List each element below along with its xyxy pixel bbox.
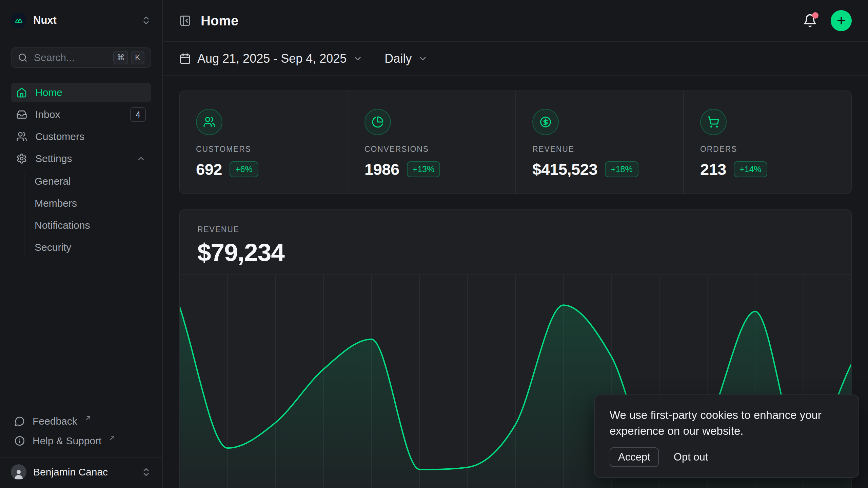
gear-icon [16,153,27,164]
opt-out-button[interactable]: Opt out [674,451,708,463]
page-title: Home [201,13,238,28]
kbd-k: K [131,51,144,64]
settings-subnav: General Members Notifications Security [11,171,151,262]
user-name: Benjamin Canac [33,466,108,478]
granularity-select[interactable]: Daily [384,52,428,66]
stat-delta-badge: +18% [605,161,638,177]
stat-delta-badge: +6% [230,161,258,177]
stat-card-conversions[interactable]: CONVERSIONS 1986 +13% [348,91,515,194]
notifications-button[interactable] [803,14,817,28]
nuxt-logo-icon [11,13,26,28]
chevron-up-icon [136,154,146,163]
user-menu[interactable]: Benjamin Canac [0,457,162,488]
stat-card-revenue[interactable]: REVENUE $415,523 +18% [515,91,683,194]
sidebar-item-customers[interactable]: Customers [11,127,151,146]
chevron-down-icon [353,54,363,64]
sidebar-item-notifications[interactable]: Notifications [11,216,151,235]
revenue-chart-value: $79,234 [197,238,833,266]
search-placeholder: Search... [34,52,107,63]
stat-value: 213 [700,160,726,179]
sidebar-item-label: Customers [35,131,84,142]
search-input[interactable]: Search... ⌘ K [11,47,151,68]
search-icon [18,53,28,63]
stat-icon-circle [700,109,727,135]
sidebar-item-settings[interactable]: Settings [11,149,151,168]
workspace-name: Nuxt [33,14,57,26]
date-range-picker[interactable]: Aug 21, 2025 - Sep 4, 2025 [179,52,363,66]
chevron-down-icon [418,54,428,64]
sidebar-item-members[interactable]: Members [11,194,151,213]
stat-card-orders[interactable]: ORDERS 213 +14% [683,91,851,194]
stat-icon-circle [364,109,391,135]
panel-left-close-icon [179,15,191,27]
external-link-icon [109,434,116,441]
notification-dot [812,12,818,19]
cookie-message: We use first-party cookies to enhance yo… [610,407,844,439]
kbd-cmd: ⌘ [113,51,128,64]
footer-item-label: Feedback [33,415,77,427]
calendar-icon [179,53,191,65]
sidebar-item-label: Home [35,87,62,98]
users-icon [203,116,215,128]
workspace-switcher[interactable]: Nuxt [11,12,151,28]
filters-toolbar: Aug 21, 2025 - Sep 4, 2025 Daily [163,42,868,76]
stat-value: 1986 [364,160,399,179]
granularity-value: Daily [384,52,412,66]
feedback-link[interactable]: Feedback [11,411,151,431]
info-icon [14,435,25,446]
stats-row: CUSTOMERS 692 +6% CONVERSIONS 1986 +13% [179,90,852,194]
stat-card-customers[interactable]: CUSTOMERS 692 +6% [180,91,348,194]
sidebar-item-inbox[interactable]: Inbox 4 [11,105,151,124]
sidebar-item-label: Settings [35,153,72,164]
sidebar-item-label: Inbox [35,109,60,120]
sidebar-item-general[interactable]: General [11,171,151,191]
help-support-link[interactable]: Help & Support [11,431,151,451]
plus-icon [836,15,847,26]
stat-icon-circle [532,109,559,135]
stat-value: 692 [196,160,222,179]
stat-icon-circle [196,109,222,135]
sub-item-label: Notifications [35,220,90,231]
sidebar-item-home[interactable]: Home [11,83,151,102]
sub-item-label: Security [35,242,71,253]
sidebar-nav: Home Inbox 4 Customers Settings General … [0,83,162,262]
sidebar-collapse-button[interactable] [179,15,191,27]
sidebar-item-security[interactable]: Security [11,238,151,257]
chevrons-up-down-icon [141,15,151,25]
stat-label: CUSTOMERS [196,145,331,154]
sidebar-footer: Feedback Help & Support [0,411,162,451]
search-kbd-shortcut: ⌘ K [113,51,144,64]
circle-dollar-icon [539,116,552,128]
stat-delta-badge: +14% [734,161,767,177]
inbox-unread-badge: 4 [130,107,146,122]
chevrons-up-down-icon [141,467,151,477]
sidebar: Nuxt Search... ⌘ K Home Inbox 4 Customer… [0,0,163,488]
external-link-icon [85,415,92,422]
sidebar-spacer [0,262,162,411]
stat-value: $415,523 [532,160,597,179]
accept-button[interactable]: Accept [610,447,659,467]
footer-item-label: Help & Support [33,435,101,447]
cookie-banner: We use first-party cookies to enhance yo… [594,394,859,478]
shopping-cart-icon [707,116,719,128]
stat-label: ORDERS [700,145,835,154]
users-icon [16,131,27,142]
add-button[interactable] [831,10,852,31]
stat-label: REVENUE [532,145,667,154]
revenue-chart-label: REVENUE [197,225,833,234]
date-range-value: Aug 21, 2025 - Sep 4, 2025 [197,52,347,66]
message-circle-icon [14,416,25,427]
stat-label: CONVERSIONS [364,145,499,154]
sub-item-label: General [35,176,71,187]
home-icon [16,87,27,98]
pie-chart-icon [372,116,384,128]
avatar [11,464,26,480]
sub-item-label: Members [35,198,77,209]
stat-delta-badge: +13% [407,161,440,177]
inbox-icon [16,109,27,120]
page-header: Home [163,0,868,42]
